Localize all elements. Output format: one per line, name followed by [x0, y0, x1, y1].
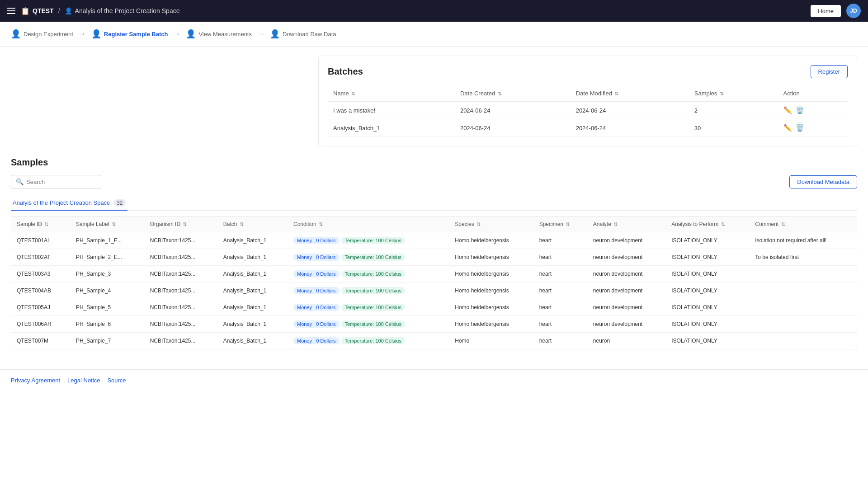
analysis: ISOLATION_ONLY	[666, 282, 750, 299]
organism-id: NCBITaxon:1425...	[145, 299, 218, 316]
workflow-step-view[interactable]: 👤 View Measurements	[186, 29, 252, 39]
batches-col-date-modified[interactable]: Date Modified ⇅	[571, 85, 689, 102]
project-icon: 📋	[21, 7, 30, 15]
organism-id: NCBITaxon:1425...	[145, 249, 218, 266]
col-sample-label[interactable]: Sample Label ⇅	[71, 216, 145, 232]
analysis: ISOLATION_ONLY	[666, 232, 750, 249]
sample-id: QTEST002AT	[11, 249, 71, 266]
col-specimen[interactable]: Specimen ⇅	[534, 216, 588, 232]
batch-row: I was a mistake! 2024-06-24 2024-06-24 2…	[328, 102, 848, 119]
sort-icon-organism-id: ⇅	[183, 221, 187, 227]
batch-ref: Analysis_Batch_1	[218, 299, 288, 316]
sort-icon-sample-id: ⇅	[44, 221, 48, 227]
analysis: ISOLATION_ONLY	[666, 299, 750, 316]
tab-samples[interactable]: Analyis of the Project Creation Space 32	[11, 196, 127, 211]
condition-tag: Money : 0 Dollars	[293, 337, 340, 344]
batch-actions: ✏️ 🗑️	[778, 102, 848, 119]
col-comment[interactable]: Comment ⇅	[750, 216, 857, 232]
register-button[interactable]: Register	[811, 65, 848, 78]
species: Homo heidelbergensis	[449, 299, 533, 316]
sort-icon-samples: ⇅	[720, 91, 724, 96]
breadcrumb-page: Analyis of the Project Creation Space	[75, 7, 180, 14]
batch-ref: Analysis_Batch_1	[218, 282, 288, 299]
condition-tag: Temperature: 100 Celsius	[341, 304, 405, 311]
col-species[interactable]: Species ⇅	[449, 216, 533, 232]
workflow-step-label-design: Design Experiment	[24, 31, 73, 38]
batch-ref: Analysis_Batch_1	[218, 232, 288, 249]
analyte: neuron development	[588, 266, 666, 282]
sample-row: QTEST007M PH_Sample_7 NCBITaxon:1425... …	[11, 333, 857, 349]
col-organism-id[interactable]: Organism ID ⇅	[145, 216, 218, 232]
main-content: Batches Register Name ⇅ Date Created ⇅ D…	[0, 47, 868, 358]
edit-icon[interactable]: ✏️	[783, 124, 792, 132]
view-icon: 👤	[186, 29, 196, 39]
sample-id: QTEST006AR	[11, 316, 71, 333]
batches-col-name[interactable]: Name ⇅	[328, 85, 455, 102]
batch-name: I was a mistake!	[328, 102, 455, 119]
batches-table: Name ⇅ Date Created ⇅ Date Modified ⇅ Sa…	[328, 85, 848, 137]
specimen: heart	[534, 249, 588, 266]
sort-icon-sample-label: ⇅	[112, 221, 116, 227]
legal-link[interactable]: Legal Notice	[67, 377, 100, 384]
workflow-step-register[interactable]: 👤 Register Sample Batch	[91, 29, 168, 39]
sample-label: PH_Sample_7	[71, 333, 145, 349]
samples-section: Samples 🔍 Download Metadata Analyis of t…	[11, 157, 857, 349]
batch-ref: Analysis_Batch_1	[218, 266, 288, 282]
sample-row: QTEST003A3 PH_Sample_3 NCBITaxon:1425...…	[11, 266, 857, 282]
source-link[interactable]: Source	[107, 377, 126, 384]
col-sample-id[interactable]: Sample ID ⇅	[11, 216, 71, 232]
condition-cell: Money : 0 DollarsTemperature: 100 Celsiu…	[288, 282, 449, 299]
condition-cell: Money : 0 DollarsTemperature: 100 Celsiu…	[288, 266, 449, 282]
condition-tag: Temperature: 100 Celsius	[341, 237, 405, 244]
download-metadata-button[interactable]: Download Metadata	[789, 175, 857, 188]
sample-label: PH_Sample_1_E...	[71, 232, 145, 249]
species: Homo heidelbergensis	[449, 249, 533, 266]
sort-icon-date-modified: ⇅	[614, 91, 618, 96]
col-condition[interactable]: Condition ⇅	[288, 216, 449, 232]
comment	[750, 266, 857, 282]
batches-col-date-created[interactable]: Date Created ⇅	[455, 85, 571, 102]
register-icon: 👤	[91, 29, 101, 39]
menu-icon[interactable]	[7, 8, 15, 14]
comment	[750, 282, 857, 299]
col-analyte[interactable]: Analyte ⇅	[588, 216, 666, 232]
comment	[750, 333, 857, 349]
samples-title: Samples	[11, 157, 857, 168]
condition-tag: Temperature: 100 Celsius	[341, 337, 405, 344]
condition-cell: Money : 0 DollarsTemperature: 100 Celsiu…	[288, 316, 449, 333]
batch-date-modified: 2024-06-24	[571, 102, 689, 119]
condition-tag: Temperature: 100 Celsius	[341, 320, 405, 328]
batches-col-samples[interactable]: Samples ⇅	[689, 85, 778, 102]
tab-count: 32	[113, 199, 126, 207]
batch-ref: Analysis_Batch_1	[218, 316, 288, 333]
col-analysis[interactable]: Analysis to Perform ⇅	[666, 216, 750, 232]
workflow-steps: 👤 Design Experiment → 👤 Register Sample …	[0, 22, 868, 47]
sort-icon-analysis: ⇅	[721, 221, 725, 227]
sample-row: QTEST004AB PH_Sample_4 NCBITaxon:1425...…	[11, 282, 857, 299]
analyte: neuron development	[588, 249, 666, 266]
sample-id: QTEST003A3	[11, 266, 71, 282]
delete-icon[interactable]: 🗑️	[796, 106, 804, 114]
analyte: neuron development	[588, 316, 666, 333]
sort-icon-batch: ⇅	[240, 221, 244, 227]
table-container: Sample ID ⇅ Sample Label ⇅ Organism ID ⇅…	[11, 216, 857, 349]
batch-samples: 30	[689, 119, 778, 137]
col-batch[interactable]: Batch ⇅	[218, 216, 288, 232]
edit-icon[interactable]: ✏️	[783, 106, 792, 114]
condition-cell: Money : 0 DollarsTemperature: 100 Celsiu…	[288, 232, 449, 249]
workflow-step-label-register: Register Sample Batch	[104, 31, 168, 38]
privacy-link[interactable]: Privacy Agreement	[11, 377, 60, 384]
organism-id: NCBITaxon:1425...	[145, 282, 218, 299]
search-input[interactable]	[26, 179, 96, 185]
samples-table-wrapper: Sample ID ⇅ Sample Label ⇅ Organism ID ⇅…	[11, 216, 857, 349]
samples-toolbar: 🔍 Download Metadata	[11, 175, 857, 188]
navbar-brand: 📋 QTEST / 👤 Analyis of the Project Creat…	[21, 7, 179, 15]
workflow-step-design[interactable]: 👤 Design Experiment	[11, 29, 73, 39]
specimen: heart	[534, 282, 588, 299]
workflow-step-download[interactable]: 👤 Download Raw Data	[270, 29, 336, 39]
breadcrumb-project[interactable]: QTEST	[33, 7, 54, 14]
avatar: JD	[846, 4, 861, 18]
comment: To be isolated first	[750, 249, 857, 266]
home-button[interactable]: Home	[811, 5, 841, 17]
delete-icon[interactable]: 🗑️	[796, 124, 804, 132]
